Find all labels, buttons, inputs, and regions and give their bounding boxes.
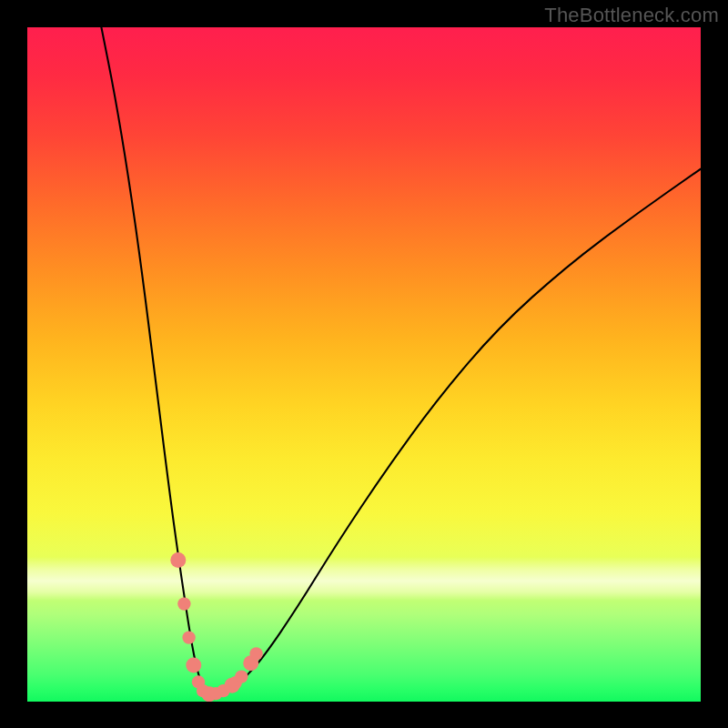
watermark-label: TheBottleneck.com xyxy=(544,4,719,27)
chart-frame: TheBottleneck.com xyxy=(0,0,728,728)
marker-group xyxy=(170,552,263,702)
marker-point xyxy=(249,647,262,660)
bottleneck-curve xyxy=(101,27,701,694)
marker-point xyxy=(177,597,190,610)
plot-area xyxy=(27,27,701,702)
marker-point xyxy=(235,670,248,682)
marker-point xyxy=(186,658,201,673)
curve-svg xyxy=(27,27,701,702)
marker-point xyxy=(182,631,195,643)
marker-point xyxy=(170,552,186,568)
